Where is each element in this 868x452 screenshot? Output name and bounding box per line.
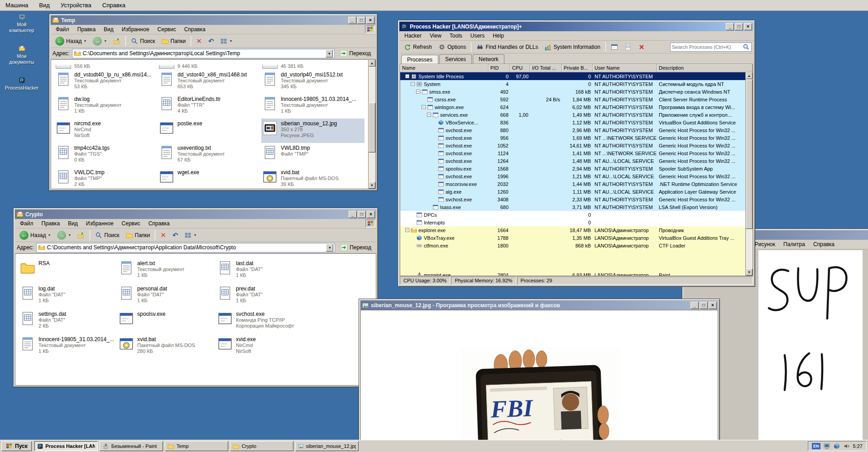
process-row[interactable]: svchost.exe 1052 14,61 MB NT AUTHORITY\S… — [400, 142, 745, 149]
menu-item[interactable]: Справка — [809, 240, 839, 248]
process-row[interactable]: VBoxTray.exe 1788 1,35 MB LANOS\Админист… — [400, 234, 745, 242]
menu-item[interactable]: Файл — [52, 25, 73, 33]
minimize-button[interactable]: _ — [726, 23, 734, 30]
find-handles-button[interactable]: Find Handles or DLLs — [474, 43, 541, 52]
vm-menu-item[interactable]: Устройства — [55, 1, 97, 10]
file-tile[interactable]: VWL8D.tmp Файл "TMP" — [261, 143, 364, 167]
scroll-up-button[interactable]: ▲ — [369, 60, 375, 67]
desktop-icon[interactable]: ProcessHacker — [3, 77, 41, 91]
forward-button[interactable]: →▼ — [90, 35, 110, 47]
refresh-button[interactable]: Refresh — [401, 43, 435, 52]
file-tile[interactable]: uxeventlog.txt Текстовый документ 67 КБ — [158, 143, 261, 167]
tree-expander[interactable] — [405, 74, 409, 78]
column-header[interactable]: User Name — [593, 64, 657, 72]
menu-item[interactable]: Правка — [73, 25, 100, 33]
address-combobox[interactable]: ▼ — [72, 49, 335, 58]
file-tile[interactable]: log.dat Файл "DAT" 1 КБ — [19, 284, 118, 309]
menu-item[interactable]: Избранное — [82, 219, 118, 228]
maximize-button[interactable]: □ — [358, 211, 366, 218]
file-tile[interactable]: spoolsv.exe — [118, 309, 216, 334]
menu-item[interactable]: Users — [466, 32, 489, 40]
column-header[interactable]: Private B... — [562, 64, 593, 72]
file-tile[interactable]: xvid.exe NirCmd NirSoft — [216, 334, 315, 360]
file-tile[interactable]: nircmd.exe NirCmd NirSoft — [55, 119, 158, 143]
titlebar[interactable]: Crypto _ □ × — [15, 209, 376, 219]
process-row[interactable]: System 4 0 NT AUTHORITY\SYSTEM Системный… — [400, 80, 745, 88]
file-tile[interactable]: RSA — [19, 258, 118, 284]
process-row[interactable]: VBoxService... 836 1,12 MB NT AUTHORITY\… — [400, 119, 745, 126]
file-tile[interactable]: xvid.bat Пакетный файл MS-DOS 39 КБ — [261, 167, 364, 189]
views-button[interactable]: ▼ — [182, 230, 199, 240]
vm-menu-item[interactable]: Справка — [97, 1, 131, 10]
menu-item[interactable]: Файл — [16, 219, 38, 228]
menu-item[interactable]: View — [426, 32, 446, 40]
up-button[interactable] — [110, 36, 123, 46]
process-row[interactable]: smss.exe 492 168 kB NT AUTHORITY\SYSTEM … — [400, 88, 745, 95]
file-tile-clipped[interactable]: 556 КБ — [55, 60, 158, 70]
file-tile[interactable]: xvid.bat Пакетный файл MS-DOS 280 КБ — [118, 334, 216, 360]
file-tile[interactable]: dd_vstodt40_lp_ru_x86.msi14... Текстовый… — [55, 70, 158, 94]
menu-item[interactable]: Hacker — [400, 32, 426, 40]
start-button[interactable]: Пуск — [1, 441, 32, 451]
process-row[interactable]: csrss.exe 592 24 B/s 1,84 MB NT AUTHORIT… — [400, 95, 745, 103]
address-dropdown-button[interactable]: ▼ — [326, 50, 333, 57]
document-button[interactable] — [622, 43, 634, 52]
process-row[interactable]: svchost.exe 1996 1,21 MB NT AU...\LOCAL … — [400, 172, 745, 180]
process-row[interactable]: svchost.exe 3408 2,33 MB NT AUTHORITY\SY… — [400, 195, 745, 203]
undo-button[interactable]: ↶ — [206, 36, 217, 47]
back-button[interactable]: ←Назад▼ — [53, 35, 89, 47]
process-row[interactable]: svchost.exe 880 2,96 MB NT AUTHORITY\SYS… — [400, 126, 745, 134]
taskbar-button[interactable]: Temp — [165, 441, 228, 451]
file-tile[interactable]: settings.dat Файл "DAT" 2 КБ — [19, 309, 118, 334]
process-row[interactable]: lsass.exe 680 3,71 MB NT AUTHORITY\SYSTE… — [400, 203, 745, 211]
file-tile[interactable]: Innocent-19805_31.03.2014_... Текстовый … — [261, 94, 364, 119]
tab[interactable]: Processes — [401, 55, 438, 64]
tab[interactable]: Network — [473, 54, 504, 64]
column-header[interactable]: I/O Total ... — [530, 64, 562, 72]
minimize-button[interactable]: _ — [349, 211, 357, 218]
scroll-down-button[interactable]: ▼ — [369, 182, 375, 189]
menu-item[interactable]: Правка — [38, 219, 64, 228]
go-button[interactable]: Переход — [337, 49, 374, 57]
close-button[interactable]: × — [366, 17, 374, 24]
tree-expander[interactable] — [411, 82, 415, 86]
language-indicator[interactable]: EN — [812, 443, 820, 449]
file-tile[interactable]: prev.dat Файл "DAT" 1 КБ — [216, 284, 315, 309]
taskbar-button[interactable]: Crypto — [230, 441, 293, 451]
file-tile[interactable]: VWLDC.tmp Файл "TMP" 2 КБ — [55, 167, 158, 189]
forward-button[interactable]: →▼ — [54, 229, 74, 241]
minimize-button[interactable]: _ — [348, 17, 356, 24]
taskbar-button[interactable]: Безымянный - Paint — [100, 441, 163, 451]
process-row[interactable]: services.exe 668 1,00 1,49 MB NT AUTHORI… — [400, 111, 745, 119]
tree-expander[interactable] — [422, 105, 426, 109]
address-dropdown-button[interactable]: ▼ — [326, 244, 333, 252]
folders-button[interactable]: Папки — [123, 230, 153, 240]
process-row[interactable]: svchost.exe 1124 1,41 MB NT ...\NETWORK … — [400, 149, 745, 157]
go-button[interactable]: Переход — [337, 243, 374, 252]
scroll-down-button[interactable]: ▼ — [746, 269, 753, 276]
process-row[interactable]: Interrupts 0 — [400, 219, 745, 226]
titlebar[interactable]: Temp _ □ × — [51, 15, 376, 25]
process-row[interactable]: ctfmon.exe 1800 868 kB LANOS\Администрат… — [400, 242, 745, 249]
titlebar[interactable]: Process Hacker [LANOS\Администратор]+ _ … — [399, 22, 753, 31]
display-tray-icon[interactable] — [823, 442, 830, 450]
process-row[interactable]: svchost.exe 1264 1,48 MB NT AU...\LOCAL … — [400, 157, 745, 165]
file-tile[interactable]: Innocent-19805_31.03.2014_... Текстовый … — [19, 334, 118, 360]
address-input[interactable] — [47, 244, 325, 251]
column-header[interactable]: Description — [657, 64, 753, 72]
process-row[interactable]: System Idle Process 0 97,00 0 NT AUTHORI… — [400, 72, 745, 80]
file-tile[interactable]: svchost.exe Команда Ping TCP/IP Корпорац… — [216, 309, 315, 334]
address-input[interactable] — [83, 50, 324, 57]
tree-expander[interactable] — [427, 113, 431, 117]
search-button[interactable]: Поиск — [128, 36, 158, 46]
process-row[interactable]: explorer.exe 1664 18,47 MB LANOS\Админис… — [400, 226, 745, 234]
file-tile[interactable]: siberian_mouse_12.jpg 350 x 278 Рисунок … — [261, 119, 364, 143]
menu-item[interactable]: Вид — [100, 25, 118, 33]
file-tile[interactable]: last.dat Файл "DAT" 1 КБ — [216, 258, 315, 284]
delete-button[interactable]: ✕ — [158, 230, 169, 241]
tree-expander[interactable] — [405, 228, 409, 232]
back-button[interactable]: ←Назад▼ — [17, 229, 53, 241]
close-button[interactable]: × — [367, 211, 375, 218]
search-input[interactable] — [672, 44, 741, 50]
process-row[interactable]: DPCs 0 — [400, 211, 745, 219]
